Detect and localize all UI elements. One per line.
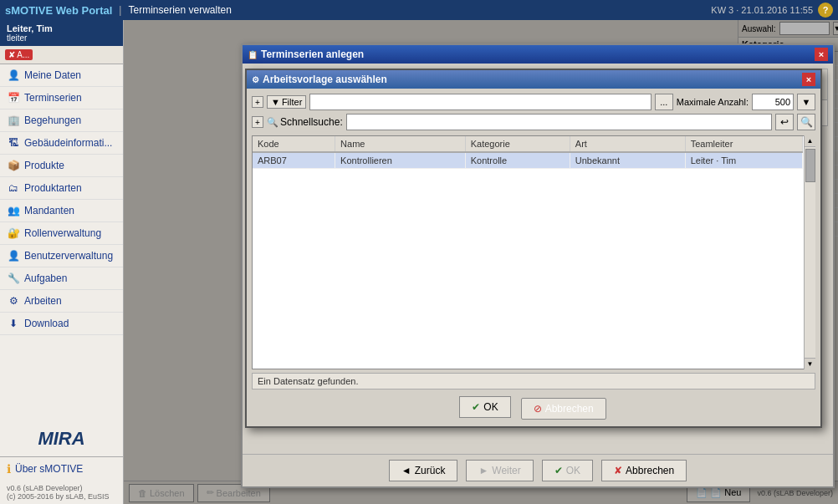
- abbrechen-label: Abbrechen: [626, 465, 674, 476]
- user-role: tleiter: [7, 33, 116, 43]
- kw-display: KW 3 · 21.01.2016 11:55: [711, 5, 813, 15]
- arb-content: + ▼ Filter ... Maximale Anzahl: ▼ + 🔍: [247, 89, 820, 426]
- produkte-icon: 📦: [7, 159, 20, 172]
- arb-table-wrapper: Kode Name Kategorie Art Teamleiter ARB07: [252, 135, 815, 369]
- arbeiten-icon: ⚙: [7, 294, 20, 308]
- sidebar-item-mandanten[interactable]: 👥 Mandanten: [0, 200, 123, 222]
- sidebar-item-rollenverwaltung[interactable]: 🔐 Rollenverwaltung: [0, 222, 123, 245]
- max-anzahl-input[interactable]: [752, 94, 794, 110]
- sidebar-label-produktarten: Produktarten: [24, 182, 82, 194]
- arb-ok-button[interactable]: ✔ OK: [459, 396, 510, 418]
- sidebar-item-benutzerverwaltung[interactable]: 👤 Benutzerverwaltung: [0, 245, 123, 267]
- building-icon: 🏢: [7, 114, 20, 127]
- app-title: sMOTIVE Web Portal: [5, 4, 112, 17]
- outer-modal-title-text: Terminserien anlegen: [261, 48, 364, 60]
- scroll-down-btn[interactable]: ▼: [805, 358, 815, 369]
- sidebar-item-produkte[interactable]: 📦 Produkte: [0, 155, 123, 177]
- max-anzahl-label: Maximale Anzahl:: [677, 97, 749, 107]
- sidebar-item-arbeiten[interactable]: ⚙ Arbeiten: [0, 290, 123, 313]
- quicksearch-input[interactable]: [346, 114, 772, 130]
- filter-funnel-icon: ▼: [271, 97, 280, 107]
- cell-name: Kontrollieren: [335, 152, 466, 169]
- arb-table: Kode Name Kategorie Art Teamleiter ARB07: [253, 136, 803, 169]
- cell-art: Unbekannt: [570, 152, 685, 169]
- content-area: Auswahl: ▼ ◄ ► 🔍 Kategorie Wartung Wartu…: [124, 20, 838, 504]
- sidebar-item-gebaude[interactable]: 🏗 Gebäudeinformati...: [0, 132, 123, 155]
- filter-toggle-btn[interactable]: ▼ Filter: [267, 95, 306, 109]
- abbrechen-button[interactable]: ✘ Abbrechen: [601, 460, 687, 481]
- sidebar-item-produktarten[interactable]: 🗂 Produktarten: [0, 177, 123, 200]
- version-text: v0.6 (sLAB Developer): [7, 484, 116, 492]
- outer-modal-titlebar: 📋 Terminserien anlegen ×: [243, 45, 833, 64]
- back-arrow-icon: ◄: [401, 465, 411, 476]
- sidebar-item-download[interactable]: ⬇ Download: [0, 313, 123, 335]
- filter-input[interactable]: [309, 94, 651, 110]
- cancel-action-button[interactable]: ✘ A...: [5, 49, 33, 60]
- person-icon: 👤: [7, 69, 20, 82]
- gebaude-icon: 🏗: [7, 136, 20, 150]
- ok-check-icon: ✔: [554, 465, 563, 476]
- table-scrollbar[interactable]: ▲ ▼: [804, 135, 815, 369]
- arb-title-text: Arbeitsvorlage auswählen: [263, 74, 387, 85]
- arb-cancel-label: Abbrechen: [545, 403, 594, 415]
- sidebar-item-meine-daten[interactable]: 👤 Meine Daten: [0, 64, 123, 87]
- cell-kode: ARB07: [253, 152, 335, 169]
- sidebar-item-info[interactable]: ℹ Über sMOTIVE: [7, 461, 116, 477]
- arb-titlebar: ⚙ Arbeitsvorlage auswählen ×: [247, 70, 820, 89]
- sidebar-nav: 👤 Meine Daten 📅 Terminserien 🏢 Begehunge…: [0, 64, 123, 421]
- sidebar-label-arbeiten: Arbeiten: [24, 295, 62, 307]
- scroll-up-btn[interactable]: ▲: [805, 135, 815, 147]
- sidebar-item-begehungen[interactable]: 🏢 Begehungen: [0, 109, 123, 132]
- arb-buttons: ✔ OK ⊘ Abbrechen: [252, 396, 815, 421]
- table-header-row: Kode Name Kategorie Art Teamleiter: [253, 136, 803, 152]
- sidebar-label-aufgaben: Aufgaben: [24, 272, 67, 284]
- quicksearch-label: Schnellsuche:: [280, 116, 343, 128]
- next-label: Weiter: [492, 465, 520, 476]
- sidebar-label-terminserien: Terminserien: [24, 92, 82, 104]
- sidebar-item-aufgaben[interactable]: 🔧 Aufgaben: [0, 267, 123, 290]
- arb-close-btn[interactable]: ×: [802, 73, 815, 86]
- sidebar: Leiter, Tim tleiter ✘ A... 👤 Meine Daten…: [0, 20, 124, 504]
- apply-filter-btn[interactable]: ▼: [797, 94, 815, 110]
- table-row[interactable]: ARB07 Kontrollieren Kontrolle Unbekannt …: [253, 152, 803, 169]
- filter-dots-btn[interactable]: ...: [655, 94, 673, 110]
- benutzerverwaltung-icon: 👤: [7, 249, 20, 262]
- arb-cancel-button[interactable]: ⊘ Abbrechen: [521, 398, 606, 420]
- quicksearch-search-btn[interactable]: 🔍: [797, 114, 815, 130]
- help-button[interactable]: ?: [818, 3, 833, 18]
- arb-table-container[interactable]: Kode Name Kategorie Art Teamleiter ARB07: [252, 135, 815, 369]
- modal-title-icon: 📋: [248, 50, 258, 59]
- sidebar-label-benutzerverwaltung: Benutzerverwaltung: [24, 250, 113, 262]
- sidebar-user: Leiter, Tim tleiter: [0, 20, 123, 46]
- col-art: Art: [570, 136, 685, 152]
- arb-dialog: ⚙ Arbeitsvorlage auswählen × + ▼ Filter …: [245, 69, 822, 428]
- outer-modal-title: 📋 Terminserien anlegen: [248, 48, 364, 60]
- sidebar-label-produkte: Produkte: [24, 160, 64, 171]
- ok-button[interactable]: ✔ OK: [542, 460, 593, 481]
- ok-label: OK: [566, 465, 580, 476]
- outer-modal-close-btn[interactable]: ×: [815, 48, 828, 61]
- top-bar: sMOTIVE Web Portal | Terminserien verwal…: [0, 0, 838, 20]
- next-arrow-icon: ►: [478, 465, 488, 476]
- quicksearch-label-group: 🔍 Schnellsuche:: [267, 116, 343, 128]
- aufgaben-icon: 🔧: [7, 272, 20, 285]
- filter-expand-btn[interactable]: +: [252, 96, 263, 108]
- sidebar-label-info: Über sMOTIVE: [15, 463, 83, 475]
- scroll-thumb[interactable]: [805, 149, 815, 182]
- sidebar-action-row: ✘ A...: [0, 46, 123, 64]
- col-name: Name: [335, 136, 466, 152]
- rollenverwaltung-icon: 🔐: [7, 227, 20, 240]
- quicksearch-expand-btn[interactable]: +: [252, 116, 263, 128]
- produktarten-icon: 🗂: [7, 181, 20, 195]
- arb-ok-check-icon: ✔: [472, 401, 480, 413]
- sidebar-item-terminserien[interactable]: 📅 Terminserien: [0, 87, 123, 109]
- page-title: Terminserien verwalten: [128, 4, 231, 16]
- next-button[interactable]: ► Weiter: [466, 460, 533, 481]
- back-button[interactable]: ◄ Zurück: [389, 460, 458, 481]
- copyright-text: (c) 2005-2016 by sLAB, EuSIS: [7, 492, 116, 501]
- filter-label: Filter: [282, 97, 302, 107]
- back-label: Zurück: [415, 465, 446, 476]
- top-bar-left: sMOTIVE Web Portal | Terminserien verwal…: [5, 4, 232, 17]
- cell-kategorie: Kontrolle: [465, 152, 570, 169]
- quicksearch-undo-btn[interactable]: ↩: [775, 114, 794, 130]
